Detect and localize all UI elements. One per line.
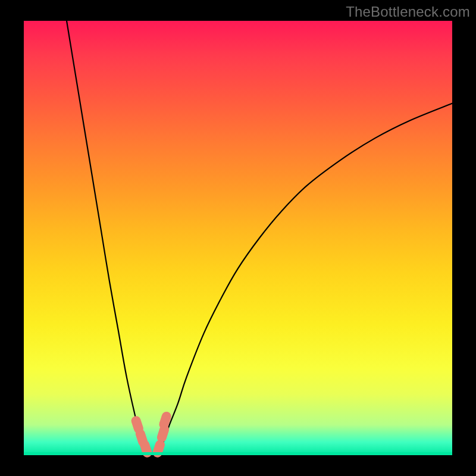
curve-layer bbox=[24, 21, 452, 455]
watermark-text: TheBottleneck.com bbox=[346, 4, 470, 20]
chart-frame: TheBottleneck.com bbox=[0, 0, 476, 476]
plot-area bbox=[24, 21, 452, 455]
curve-markers bbox=[130, 411, 173, 459]
bottleneck-curve bbox=[67, 21, 452, 456]
baseline-strip bbox=[24, 452, 452, 455]
